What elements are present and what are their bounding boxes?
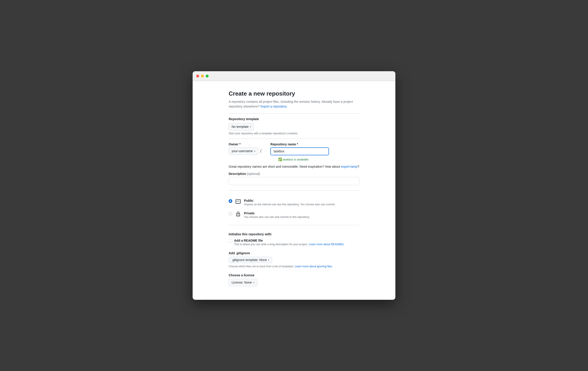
divider-top xyxy=(229,113,359,114)
repository-template-label: Repository template xyxy=(229,117,359,121)
chevron-down-icon: ▾ xyxy=(268,259,269,261)
license-dropdown-value: License: None xyxy=(231,280,252,285)
lock-icon xyxy=(235,211,241,217)
owner-repo-container: Owner * your-username ▾ / Repository nam… xyxy=(229,142,359,157)
availability-message: ✅ taskbox is available. xyxy=(278,158,359,161)
public-radio[interactable] xyxy=(229,199,232,203)
visibility-section: Public Anyone on the internet can see th… xyxy=(229,196,359,221)
gitignore-label: Add .gitignore xyxy=(229,251,359,255)
description-input[interactable] xyxy=(229,177,359,185)
suggestion-link[interactable]: expert-lamp xyxy=(341,165,357,168)
gitignore-section: Add .gitignore .gitignore template: None… xyxy=(229,251,359,268)
gitignore-helper: Choose which files not to track from a l… xyxy=(229,265,359,268)
owner-section: Owner * your-username ▾ / xyxy=(229,142,261,157)
license-label: Choose a license xyxy=(229,273,359,277)
initialize-title: Initialize this repository with: xyxy=(229,232,359,236)
browser-window: Create a new repository A repository con… xyxy=(193,71,395,300)
page-title: Create a new repository xyxy=(229,90,359,97)
main-content: Create a new repository A repository con… xyxy=(215,81,373,300)
gitignore-dropdown-value: .gitignore template: None xyxy=(231,258,267,262)
private-radio[interactable] xyxy=(229,212,232,215)
license-section: Choose a license License: None ▾ xyxy=(229,273,359,286)
chevron-down-icon: ▾ xyxy=(253,281,254,284)
availability-text: taskbox is available. xyxy=(283,158,309,161)
private-info: Private You choose who can see and commi… xyxy=(244,212,310,219)
description-label: Description (optional) xyxy=(229,172,359,176)
template-dropdown-value: No template xyxy=(231,124,249,129)
minimize-button[interactable] xyxy=(201,74,204,77)
chevron-down-icon: ▾ xyxy=(254,149,255,153)
repo-name-section: Repository name * xyxy=(270,142,329,157)
owner-repo-row: your-username ▾ / xyxy=(229,148,261,155)
inspiration-text: Great repository names are short and mem… xyxy=(229,165,359,168)
license-dropdown-button[interactable]: License: None ▾ xyxy=(229,279,257,286)
repo-name-label: Repository name * xyxy=(270,142,329,146)
check-circle-icon: ✅ xyxy=(278,158,282,161)
public-option[interactable]: Public Anyone on the internet can see th… xyxy=(229,196,359,209)
repository-template-section: Repository template No template ▾ Start … xyxy=(229,117,359,135)
divider-3 xyxy=(229,225,359,225)
private-option[interactable]: Private You choose who can see and commi… xyxy=(229,209,359,221)
description-section: Description (optional) xyxy=(229,172,359,185)
initialize-section: Initialize this repository with: Add a R… xyxy=(229,231,359,246)
chevron-down-icon: ▾ xyxy=(250,125,251,128)
public-info: Public Anyone on the internet can see th… xyxy=(244,199,335,206)
owner-value: your-username xyxy=(231,149,253,153)
readme-info: Add a README file This is where you can … xyxy=(234,239,345,246)
divider-2 xyxy=(229,191,359,191)
page-subtitle: A repository contains all project files,… xyxy=(229,99,359,109)
eye-icon xyxy=(235,198,241,205)
repo-name-input[interactable] xyxy=(270,148,329,155)
template-dropdown-button[interactable]: No template ▾ xyxy=(229,123,254,130)
readme-checkbox-row: Add a README file This is where you can … xyxy=(229,239,359,246)
template-helper-text: Start your repository with a template re… xyxy=(229,132,359,135)
gitignore-dropdown-button[interactable]: .gitignore template: None ▾ xyxy=(229,257,272,263)
close-button[interactable] xyxy=(196,74,199,77)
slash-separator: / xyxy=(260,148,261,154)
description-optional: (optional) xyxy=(247,172,260,176)
readme-learn-more-link[interactable]: Learn more about READMEs. xyxy=(309,243,345,246)
owner-label: Owner * xyxy=(229,142,261,146)
readme-checkbox[interactable] xyxy=(229,239,232,243)
maximize-button[interactable] xyxy=(206,74,209,77)
gitignore-learn-more-link[interactable]: Learn more about ignoring files. xyxy=(295,265,333,268)
owner-dropdown-button[interactable]: your-username ▾ xyxy=(229,148,258,155)
import-repository-link[interactable]: Import a repository. xyxy=(261,105,287,108)
titlebar xyxy=(193,71,395,81)
